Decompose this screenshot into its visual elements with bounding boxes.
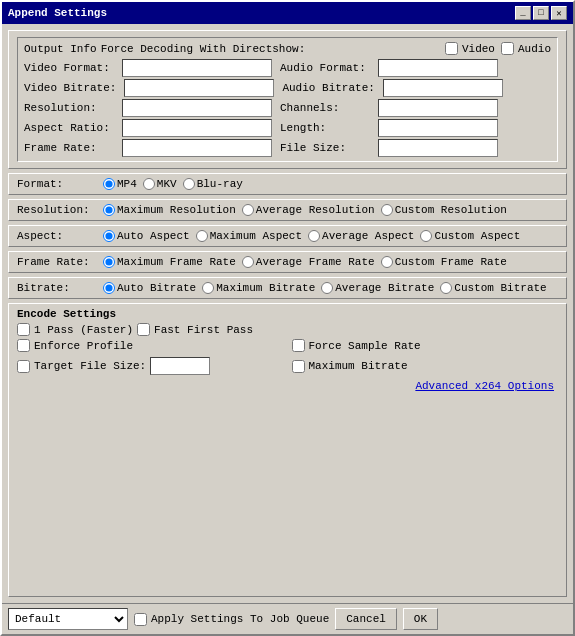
fr-custom-label: Custom Frame Rate xyxy=(395,256,507,268)
resolution-section-label: Resolution: xyxy=(17,204,97,216)
channels-input[interactable] xyxy=(378,99,498,117)
aspect-radio-group: Aspect: Auto Aspect Maximum Aspect Avera… xyxy=(17,230,558,242)
aspect-ratio-input[interactable] xyxy=(122,119,272,137)
aspect-avg-radio[interactable] xyxy=(308,230,320,242)
maximum-bitrate-checkbox[interactable] xyxy=(292,360,305,373)
fr-custom-option: Custom Frame Rate xyxy=(381,256,507,268)
video-format-input[interactable] xyxy=(122,59,272,77)
enforce-profile-row: Enforce Profile xyxy=(17,339,284,352)
aspect-auto-label: Auto Aspect xyxy=(117,230,190,242)
br-custom-option: Custom Bitrate xyxy=(440,282,546,294)
fr-max-option: Maximum Frame Rate xyxy=(103,256,236,268)
format-mkv-radio[interactable] xyxy=(143,178,155,190)
output-info-label: Output Info xyxy=(24,43,97,55)
resolution-label: Resolution: xyxy=(24,102,114,114)
target-file-size-row: Target File Size: xyxy=(17,357,284,375)
framerate-section-label: Frame Rate: xyxy=(17,256,97,268)
format-label: Format: xyxy=(17,178,97,190)
video-bitrate-label: Video Bitrate: xyxy=(24,82,116,94)
audio-check-group: Audio xyxy=(501,42,551,55)
force-sample-rate-row: Force Sample Rate xyxy=(292,339,559,352)
br-max-radio[interactable] xyxy=(202,282,214,294)
main-content: Output Info Force Decoding With Directsh… xyxy=(2,24,573,603)
fr-max-radio[interactable] xyxy=(103,256,115,268)
framerate-radio-group: Frame Rate: Maximum Frame Rate Average F… xyxy=(17,256,558,268)
resolution-panel: Resolution: Maximum Resolution Average R… xyxy=(8,199,567,221)
br-avg-option: Average Bitrate xyxy=(321,282,434,294)
format-mp4-option: MP4 xyxy=(103,178,137,190)
video-checkbox[interactable] xyxy=(445,42,458,55)
audio-checkbox[interactable] xyxy=(501,42,514,55)
output-info-panel: Output Info Force Decoding With Directsh… xyxy=(8,30,567,169)
fr-avg-radio[interactable] xyxy=(242,256,254,268)
aspect-custom-radio[interactable] xyxy=(420,230,432,242)
audio-bitrate-input[interactable] xyxy=(383,79,503,97)
res-max-radio[interactable] xyxy=(103,204,115,216)
ok-button[interactable]: OK xyxy=(403,608,438,630)
length-label: Length: xyxy=(280,122,370,134)
br-max-option: Maximum Bitrate xyxy=(202,282,315,294)
frame-rate-info-input[interactable] xyxy=(122,139,272,157)
resolution-radio-group: Resolution: Maximum Resolution Average R… xyxy=(17,204,558,216)
encode-settings-title: Encode Settings xyxy=(17,308,558,320)
output-info-top: Output Info Force Decoding With Directsh… xyxy=(24,42,551,55)
aspect-ratio-label: Aspect Ratio: xyxy=(24,122,114,134)
aspect-section-label: Aspect: xyxy=(17,230,97,242)
force-sample-rate-checkbox[interactable] xyxy=(292,339,305,352)
pass1-label: 1 Pass (Faster) xyxy=(34,324,133,336)
video-check-group: Video xyxy=(445,42,495,55)
res-avg-radio[interactable] xyxy=(242,204,254,216)
file-size-input[interactable] xyxy=(378,139,498,157)
pass1-checkbox[interactable] xyxy=(17,323,30,336)
window-title: Append Settings xyxy=(8,7,107,19)
encode-settings-panel: Encode Settings 1 Pass (Faster) Fast Fir… xyxy=(8,303,567,597)
audio-bitrate-label: Audio Bitrate: xyxy=(282,82,374,94)
close-button[interactable]: ✕ xyxy=(551,6,567,20)
res-custom-option: Custom Resolution xyxy=(381,204,507,216)
channels-label: Channels: xyxy=(280,102,370,114)
fr-avg-label: Average Frame Rate xyxy=(256,256,375,268)
format-mp4-radio[interactable] xyxy=(103,178,115,190)
advanced-options-link[interactable]: Advanced x264 Options xyxy=(415,380,554,392)
br-avg-label: Average Bitrate xyxy=(335,282,434,294)
enforce-profile-label: Enforce Profile xyxy=(34,340,133,352)
minimize-button[interactable]: _ xyxy=(515,6,531,20)
aspect-max-option: Maximum Aspect xyxy=(196,230,302,242)
length-input[interactable] xyxy=(378,119,498,137)
fr-max-label: Maximum Frame Rate xyxy=(117,256,236,268)
framerate-panel: Frame Rate: Maximum Frame Rate Average F… xyxy=(8,251,567,273)
fast-first-pass-checkbox[interactable] xyxy=(137,323,150,336)
bitrate-section-label: Bitrate: xyxy=(17,282,97,294)
res-custom-label: Custom Resolution xyxy=(395,204,507,216)
aspect-max-radio[interactable] xyxy=(196,230,208,242)
force-decode-label: Force Decoding With Directshow: xyxy=(101,43,306,55)
maximum-bitrate-label: Maximum Bitrate xyxy=(309,360,408,372)
bitrate-radio-group: Bitrate: Auto Bitrate Maximum Bitrate Av… xyxy=(17,282,558,294)
resolution-input[interactable] xyxy=(122,99,272,117)
target-file-size-label: Target File Size: xyxy=(34,360,146,372)
br-custom-radio[interactable] xyxy=(440,282,452,294)
profile-select[interactable]: Default xyxy=(8,608,128,630)
format-bluray-radio[interactable] xyxy=(183,178,195,190)
enforce-profile-checkbox[interactable] xyxy=(17,339,30,352)
cancel-button[interactable]: Cancel xyxy=(335,608,397,630)
audio-format-input[interactable] xyxy=(378,59,498,77)
maximize-button[interactable]: □ xyxy=(533,6,549,20)
res-custom-radio[interactable] xyxy=(381,204,393,216)
fr-custom-radio[interactable] xyxy=(381,256,393,268)
audio-check-label: Audio xyxy=(518,43,551,55)
aspect-auto-radio[interactable] xyxy=(103,230,115,242)
br-avg-radio[interactable] xyxy=(321,282,333,294)
br-auto-radio[interactable] xyxy=(103,282,115,294)
output-info-inner: Output Info Force Decoding With Directsh… xyxy=(17,37,558,162)
video-bitrate-input[interactable] xyxy=(124,79,274,97)
target-file-size-checkbox[interactable] xyxy=(17,360,30,373)
main-window: Append Settings _ □ ✕ Output Info Force … xyxy=(0,0,575,636)
br-auto-label: Auto Bitrate xyxy=(117,282,196,294)
target-file-size-input[interactable] xyxy=(150,357,210,375)
apply-checkbox[interactable] xyxy=(134,613,147,626)
aspect-avg-option: Average Aspect xyxy=(308,230,414,242)
maximum-bitrate-row: Maximum Bitrate xyxy=(292,357,559,375)
bottom-bar: Default Apply Settings To Job Queue Canc… xyxy=(2,603,573,634)
format-bluray-option: Blu-ray xyxy=(183,178,243,190)
